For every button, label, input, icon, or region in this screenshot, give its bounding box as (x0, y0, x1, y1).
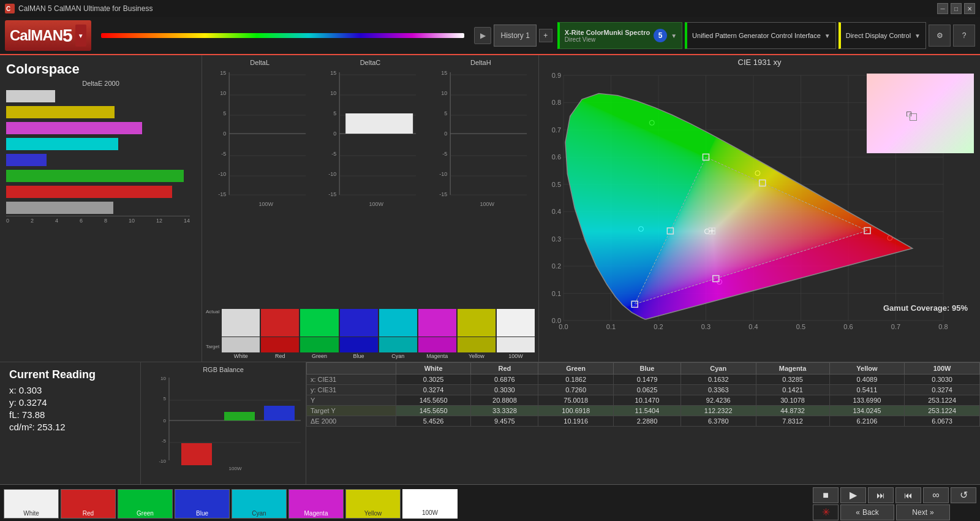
cell-white-de2000: 5.4526 (396, 416, 471, 427)
svg-text:100W: 100W (480, 201, 494, 207)
color-btn-100w[interactable]: 100W (402, 489, 458, 519)
title-bar: C CalMAN 5 CalMAN Ultimate for Business … (0, 0, 980, 17)
color-btn-magenta[interactable]: Magenta (288, 489, 344, 519)
col-header-white: White (396, 363, 471, 375)
svg-text:-15: -15 (439, 191, 447, 197)
maximize-btn[interactable]: □ (951, 3, 962, 14)
swatch-white-label: White (234, 353, 248, 359)
pattern-generator-selector[interactable]: Unified Pattern Generator Control Interf… (685, 22, 836, 49)
svg-text:5: 5 (444, 110, 447, 116)
swatch-yellow-actual (458, 309, 496, 337)
bar-row-magenta (6, 120, 195, 136)
minimize-btn[interactable]: ─ (937, 3, 948, 14)
svg-rect-62 (264, 406, 295, 420)
bottom-bar: White Red Green Blue Cyan Magenta Yellow… (0, 484, 980, 521)
swatch-green-label: Green (312, 353, 327, 359)
cell-blue-de2000: 2.2880 (614, 416, 681, 427)
next-nav-btn[interactable]: Next » (896, 504, 950, 520)
svg-text:-10: -10 (159, 458, 166, 464)
gamut-coverage: Gamut Coverage: 95% (883, 303, 968, 313)
display-control-selector[interactable]: Direct Display Control ▼ (839, 22, 926, 49)
color-btn-white[interactable]: White (4, 489, 59, 519)
svg-text:-5: -5 (162, 438, 167, 444)
play-btn[interactable]: ▶ (840, 487, 866, 503)
skip-prev-btn[interactable]: ⏮ (895, 487, 921, 503)
stop-btn[interactable]: ■ (813, 487, 839, 503)
color-btn-blue[interactable]: Blue (175, 489, 230, 519)
cell-100w-targetY: 253.1224 (905, 406, 980, 416)
refresh-btn[interactable]: ↺ (951, 487, 976, 503)
colorimeter-selector[interactable]: X-Rite ColorMunki Spectro Direct View 5 … (557, 22, 682, 49)
table-row-ycie31: y: CIE31 0.3274 0.3030 0.7260 0.0625 0.3… (307, 385, 980, 395)
display-control-name: Direct Display Control (846, 32, 911, 39)
skip-next-btn[interactable]: ⏭ (868, 487, 894, 503)
cell-red-xcie31: 0.6876 (471, 375, 538, 385)
delta-charts-row: DeltaL 15 10 5 0 -5 -10 -15 (202, 55, 538, 306)
svg-text:-10: -10 (439, 171, 447, 177)
color-btn-cyan-label: Cyan (252, 510, 266, 517)
color-btn-cyan[interactable]: Cyan (232, 489, 287, 519)
svg-text:10: 10 (160, 376, 166, 381)
title-bar-controls: ─ □ ✕ (937, 3, 975, 14)
colorimeter-name: X-Rite ColorMunki Spectro (565, 29, 650, 36)
refresh-icon: ↺ (960, 489, 968, 501)
swatch-100w-label: 100W (508, 353, 523, 359)
svg-rect-60 (181, 443, 212, 465)
swatch-red-label: Red (275, 353, 285, 359)
back-nav-btn[interactable]: « Back (840, 504, 894, 520)
swatch-cyan-actual (379, 309, 417, 337)
rgb-balance-title: RGB Balance (145, 366, 302, 373)
bar-100w (6, 202, 113, 214)
color-btn-red[interactable]: Red (61, 489, 116, 519)
deltaL-title: DeltaL (206, 59, 314, 66)
deltaC-chart: DeltaC 15 10 5 0 -5 -10 -15 (316, 59, 424, 303)
bottom-data-section: Current Reading x: 0.303 y: 0.3274 fL: 7… (0, 362, 980, 484)
cell-red-targetY: 33.3328 (471, 406, 538, 416)
swatch-red-actual (261, 309, 299, 337)
close-btn[interactable]: ✕ (964, 3, 975, 14)
cell-cyan-ycie31: 0.3363 (680, 385, 756, 395)
axis-2: 2 (31, 218, 34, 224)
deltaL-chart: DeltaL 15 10 5 0 -5 -10 -15 (206, 59, 314, 303)
logo-text: CalMAN (10, 27, 62, 44)
next-label: Next (912, 508, 927, 517)
loop-btn[interactable]: ∞ (923, 487, 949, 503)
cell-red-Y: 20.8808 (471, 395, 538, 406)
current-reading-title: Current Reading (9, 368, 131, 381)
app-title: CalMAN 5 CalMAN Ultimate for Business (18, 4, 153, 13)
bar-green (6, 170, 184, 182)
cie-panel: CIE 1931 xy Gamut Coverage: 95% + (539, 55, 980, 362)
svg-text:100W: 100W (369, 201, 384, 207)
deltaH-title: DeltaH (427, 59, 535, 66)
color-btn-green-label: Green (137, 510, 154, 517)
deltaH-svg: 15 10 5 0 -5 -10 -15 100W (427, 66, 535, 207)
color-btn-green[interactable]: Green (118, 489, 173, 519)
col-header-magenta: Magenta (756, 363, 829, 375)
current-reading-panel: Current Reading x: 0.303 y: 0.3274 fL: 7… (0, 362, 141, 484)
device-badge: 5 (654, 29, 667, 42)
color-btn-magenta-label: Magenta (304, 510, 328, 517)
record-frame-btn[interactable]: ✳ (813, 504, 839, 520)
color-btn-yellow[interactable]: Yellow (345, 489, 401, 519)
cell-yellow-xcie31: 0.4089 (829, 375, 905, 385)
col-header-green: Green (538, 363, 614, 375)
playback-row-1: ■ ▶ ⏭ ⏮ ∞ ↺ (813, 487, 976, 503)
data-table: White Red Green Blue Cyan Magenta Yellow… (306, 362, 980, 427)
cell-label-targetY: Target Y (307, 406, 396, 416)
play-button[interactable]: ▶ (474, 27, 491, 44)
reading-fl: fL: 73.88 (9, 409, 131, 420)
logo-dropdown-btn[interactable]: ▼ (75, 25, 86, 47)
help-button[interactable]: ? (953, 25, 975, 47)
table-header-row: White Red Green Blue Cyan Magenta Yellow… (307, 363, 980, 375)
calman-logo: CalMAN 5 ▼ (5, 20, 91, 51)
history-tab[interactable]: History 1 (494, 25, 536, 47)
add-tab-btn[interactable]: + (539, 29, 552, 42)
cell-cyan-Y: 92.4236 (680, 395, 756, 406)
bar-magenta (6, 122, 142, 134)
swatch-blue-actual (340, 309, 378, 337)
bar-row-red (6, 184, 195, 200)
axis-4: 4 (55, 218, 58, 224)
settings-button[interactable]: ⚙ (929, 25, 951, 47)
svg-text:10: 10 (441, 90, 447, 96)
cell-blue-targetY: 11.5404 (614, 406, 681, 416)
